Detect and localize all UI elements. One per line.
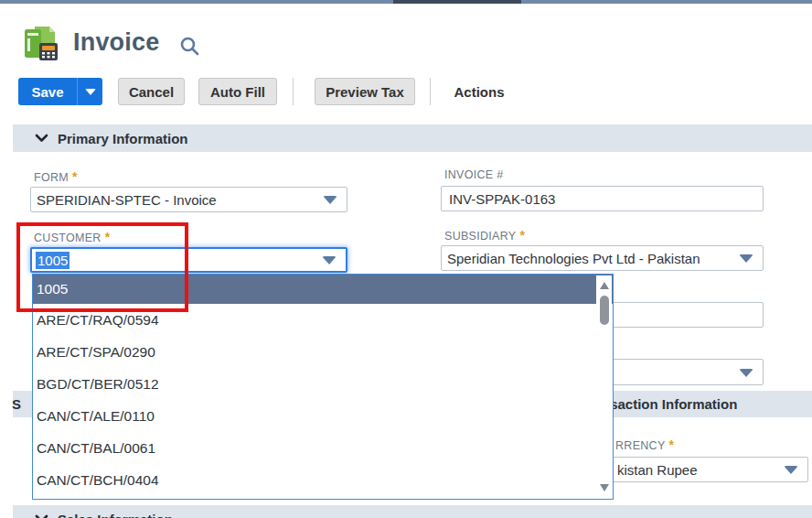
invoice-icon xyxy=(22,25,60,63)
section-title-fragment-right: nsaction Information xyxy=(602,396,737,412)
currency-select-value: kistan Rupee xyxy=(617,462,698,478)
customer-field-label: CUSTOMER* xyxy=(34,230,110,244)
dropdown-option[interactable]: BGD/CT/BER/0512 xyxy=(33,368,613,400)
save-menu-button[interactable] xyxy=(77,78,102,105)
save-button[interactable]: Save xyxy=(18,78,77,105)
chevron-down-icon xyxy=(85,89,96,95)
currency-select[interactable]: kistan Rupee xyxy=(594,457,808,482)
page-title: Invoice xyxy=(73,28,159,57)
customer-input-selected-text: 1005 xyxy=(36,252,69,269)
required-marker: * xyxy=(669,437,675,452)
browser-top-strip-segment xyxy=(393,0,521,4)
dropdown-scrollbar[interactable] xyxy=(596,275,612,498)
chevron-down-icon[interactable] xyxy=(35,514,48,518)
invoice-number-label: INVOICE # xyxy=(444,168,504,181)
subsidiary-field-label: SUBSIDIARY* xyxy=(444,228,525,243)
cancel-button[interactable]: Cancel xyxy=(118,78,185,105)
auto-fill-button[interactable]: Auto Fill xyxy=(198,78,277,105)
actions-menu-button[interactable]: Actions xyxy=(452,78,507,105)
toolbar-divider xyxy=(430,78,431,105)
chevron-down-icon[interactable] xyxy=(35,134,48,143)
section-title: Sales Information xyxy=(58,512,173,518)
section-header-sales-information[interactable]: Sales Information xyxy=(13,505,812,518)
search-icon[interactable] xyxy=(179,36,199,56)
section-header-primary-information[interactable]: Primary Information xyxy=(13,124,812,152)
dropdown-arrow-icon[interactable] xyxy=(784,466,798,474)
subsidiary-select[interactable]: Speridian Technologies Pvt Ltd - Pakista… xyxy=(441,245,764,271)
dropdown-option[interactable]: 1005 xyxy=(33,275,613,304)
invoice-number-input[interactable]: INV-SPPAK-0163 xyxy=(441,186,764,211)
section-title: Primary Information xyxy=(58,131,188,146)
dropdown-option[interactable]: CAN/CT/BCH/0404 xyxy=(33,464,613,496)
dropdown-arrow-icon[interactable] xyxy=(739,254,753,263)
required-marker: * xyxy=(105,230,111,244)
currency-field-label: RRENCY* xyxy=(615,437,674,452)
scroll-down-icon[interactable] xyxy=(600,484,609,491)
invoice-number-value: INV-SPPAK-0163 xyxy=(449,191,555,207)
section-title-fragment-left: S xyxy=(12,396,21,412)
required-marker: * xyxy=(72,169,78,184)
form-select[interactable]: SPERIDIAN-SPTEC - Invoice xyxy=(30,187,347,212)
scroll-up-icon[interactable] xyxy=(600,282,609,289)
form-select-value: SPERIDIAN-SPTEC - Invoice xyxy=(37,192,217,208)
dropdown-arrow-icon[interactable] xyxy=(322,256,337,264)
dropdown-option[interactable]: CAN/CT/BAL/0061 xyxy=(33,432,613,464)
customer-dropdown-list[interactable]: 1005ARE/CT/RAQ/0594ARE/CT/SPA/0290BGD/CT… xyxy=(32,274,614,500)
subsidiary-select-value: Speridian Technologies Pvt Ltd - Pakista… xyxy=(447,251,700,266)
browser-top-strip xyxy=(0,0,812,4)
dropdown-option[interactable]: ARE/CT/SPA/0290 xyxy=(33,336,613,368)
preview-tax-button[interactable]: Preview Tax xyxy=(315,78,415,105)
toolbar-divider xyxy=(293,78,294,105)
dropdown-option[interactable]: CAN/CT/ALE/0110 xyxy=(33,400,613,432)
scrollbar-thumb[interactable] xyxy=(600,296,609,325)
dropdown-option[interactable]: ARE/CT/RAQ/0594 xyxy=(33,304,613,336)
dropdown-arrow-icon[interactable] xyxy=(739,369,753,377)
dropdown-arrow-icon[interactable] xyxy=(323,196,337,204)
form-field-label: FORM* xyxy=(34,169,78,184)
required-marker: * xyxy=(520,228,526,243)
customer-combo-input[interactable]: 1005 xyxy=(30,247,347,273)
